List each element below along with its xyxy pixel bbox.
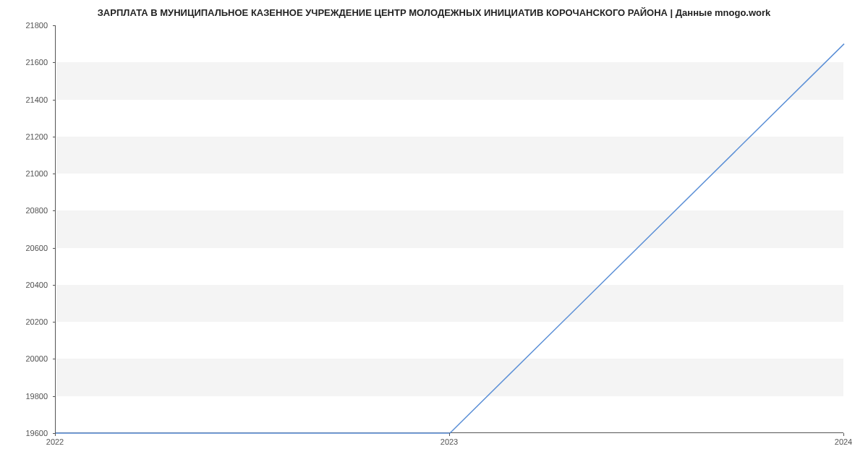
x-tick-label: 2023 xyxy=(441,437,458,446)
y-tick-label: 21200 xyxy=(19,132,48,141)
plot-area xyxy=(55,25,843,433)
y-tick-label: 20200 xyxy=(19,317,48,326)
line-layer xyxy=(56,25,844,433)
y-tick-mark xyxy=(53,248,56,249)
y-tick-mark xyxy=(53,322,56,322)
chart-container: ЗАРПЛАТА В МУНИЦИПАЛЬНОЕ КАЗЕННОЕ УЧРЕЖД… xyxy=(0,0,868,470)
y-tick-mark xyxy=(53,174,56,174)
y-tick-mark xyxy=(53,25,56,26)
x-tick-label: 2022 xyxy=(46,437,64,446)
y-tick-mark xyxy=(53,396,56,397)
y-tick-label: 20400 xyxy=(19,281,48,289)
y-tick-label: 20600 xyxy=(19,244,48,252)
y-tick-label: 20800 xyxy=(19,206,48,215)
chart-title: ЗАРПЛАТА В МУНИЦИПАЛЬНОЕ КАЗЕННОЕ УЧРЕЖД… xyxy=(0,7,868,18)
y-tick-mark xyxy=(53,359,56,359)
y-tick-label: 19600 xyxy=(19,429,48,437)
y-tick-mark xyxy=(53,285,56,286)
y-tick-mark xyxy=(53,210,56,211)
plot-area-wrapper: 1960019800200002020020400206002080021000… xyxy=(55,25,843,433)
series-line xyxy=(56,44,844,433)
y-tick-label: 21000 xyxy=(19,169,48,178)
y-tick-mark xyxy=(53,100,56,101)
y-tick-label: 20000 xyxy=(19,354,48,363)
y-tick-label: 21600 xyxy=(19,58,48,67)
y-tick-mark xyxy=(53,137,56,137)
x-tick-mark xyxy=(55,433,56,436)
x-tick-mark xyxy=(843,433,844,436)
y-tick-mark xyxy=(53,62,56,63)
x-tick-label: 2024 xyxy=(835,437,852,446)
y-tick-label: 19800 xyxy=(19,392,48,401)
y-tick-label: 21400 xyxy=(19,95,48,104)
y-tick-label: 21800 xyxy=(19,21,48,30)
x-tick-mark xyxy=(449,433,450,436)
